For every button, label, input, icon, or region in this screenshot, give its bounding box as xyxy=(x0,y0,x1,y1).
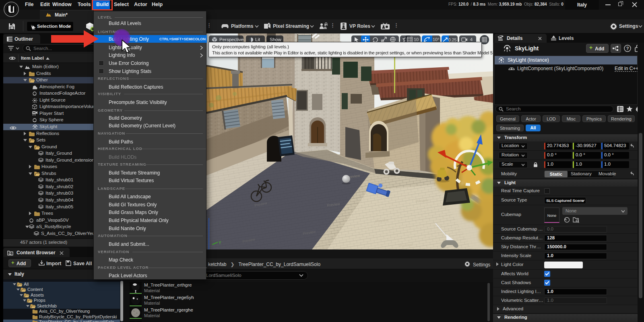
svg-text:Y: Y xyxy=(219,241,221,245)
svg-text:?: ? xyxy=(626,46,629,51)
